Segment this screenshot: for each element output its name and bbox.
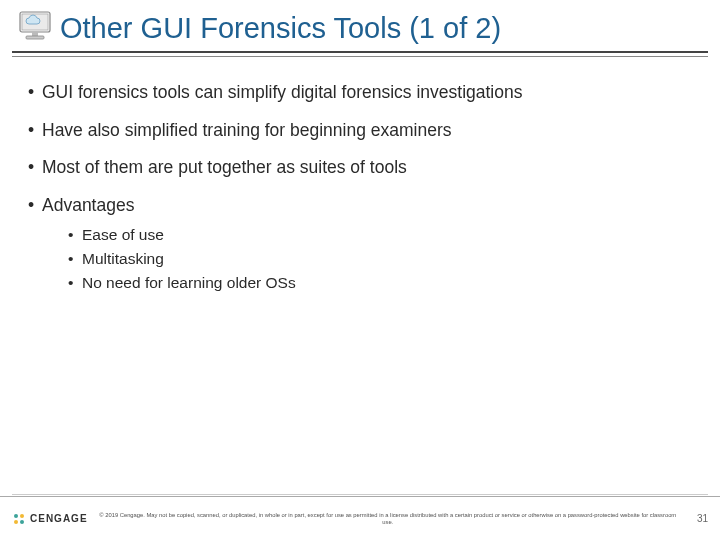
svg-rect-2 [32, 32, 38, 36]
page-number: 31 [688, 513, 708, 524]
slide-footer: CENGAGE © 2019 Cengage. May not be copie… [0, 496, 720, 540]
bullet-text: Advantages [42, 195, 134, 215]
sub-item: Ease of use [68, 224, 692, 246]
bullet-item: Advantages Ease of use Multitasking No n… [28, 194, 692, 295]
svg-point-6 [14, 520, 18, 524]
slide-content: GUI forensics tools can simplify digital… [0, 53, 720, 295]
bullet-item: Have also simplified training for beginn… [28, 119, 692, 143]
svg-point-7 [20, 520, 24, 524]
sub-text: Ease of use [82, 226, 164, 243]
brand-logo: CENGAGE [12, 512, 88, 526]
slide-header: Other GUI Forensics Tools (1 of 2) [12, 0, 708, 53]
cengage-mark-icon [12, 512, 26, 526]
sub-text: No need for learning older OSs [82, 274, 296, 291]
sub-text: Multitasking [82, 250, 164, 267]
brand-name: CENGAGE [30, 513, 88, 524]
sub-list: Ease of use Multitasking No need for lea… [68, 224, 692, 295]
svg-point-5 [20, 514, 24, 518]
bullet-item: GUI forensics tools can simplify digital… [28, 81, 692, 105]
svg-rect-3 [26, 36, 44, 39]
sub-item: No need for learning older OSs [68, 272, 692, 294]
svg-point-4 [14, 514, 18, 518]
monitor-cloud-icon [18, 10, 54, 42]
slide-title: Other GUI Forensics Tools (1 of 2) [12, 12, 708, 51]
copyright-text: © 2019 Cengage. May not be copied, scann… [88, 512, 688, 526]
sub-item: Multitasking [68, 248, 692, 270]
bullet-text: Have also simplified training for beginn… [42, 120, 452, 140]
bullet-text: GUI forensics tools can simplify digital… [42, 82, 522, 102]
bullet-text: Most of them are put together as suites … [42, 157, 407, 177]
bullet-item: Most of them are put together as suites … [28, 156, 692, 180]
